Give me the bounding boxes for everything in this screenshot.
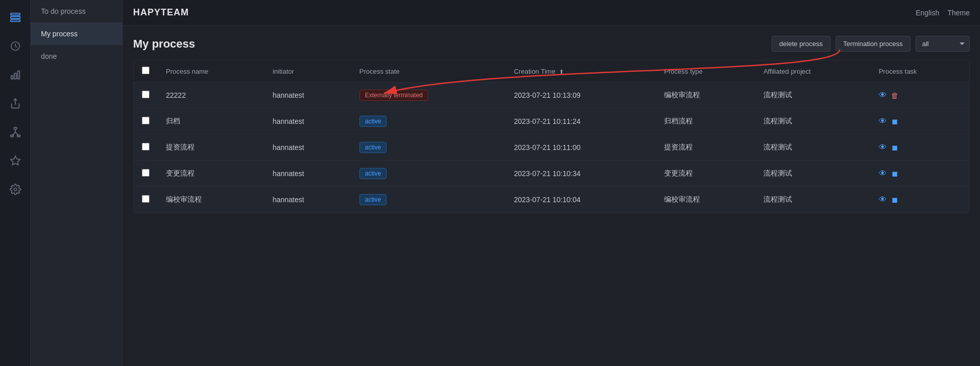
row-3-actions: 👁⏹	[870, 161, 969, 187]
row-1-view-icon[interactable]: 👁	[879, 117, 887, 126]
termination-process-button[interactable]: Termination process	[836, 36, 910, 52]
row-0-checkbox[interactable]	[142, 91, 150, 98]
table-row: 22222hannatestExternally terminated2023-…	[134, 82, 969, 109]
row-4-initiator: hannatest	[264, 187, 351, 213]
row-4-affiliated-project: 流程测试	[755, 187, 870, 213]
row-2-initiator: hannatest	[264, 135, 351, 161]
clock-icon[interactable]	[6, 37, 25, 55]
row-0-state-badge: Externally terminated	[359, 90, 429, 101]
row-4-view-icon[interactable]: 👁	[879, 195, 887, 204]
col-creation-time[interactable]: Creation Time ⬆	[506, 60, 656, 82]
table-row: 提资流程hannatestactive2023-07-21 10:11:00提资…	[134, 135, 969, 161]
row-3-state: active	[351, 161, 506, 187]
svg-rect-5	[14, 73, 16, 79]
layers-icon[interactable]	[6, 8, 25, 27]
row-2-checkbox[interactable]	[142, 143, 150, 150]
svg-rect-0	[10, 13, 19, 15]
row-3-process-type: 变更流程	[656, 161, 755, 187]
sort-icon: ⬆	[559, 69, 564, 75]
svg-rect-2	[10, 20, 19, 22]
row-4-state: active	[351, 187, 506, 213]
col-process-state: Process state	[351, 60, 506, 82]
row-3-stop-icon[interactable]: ⏹	[891, 169, 899, 178]
svg-rect-1	[10, 16, 19, 18]
row-0-process-type: 编校审流程	[656, 82, 755, 109]
header-actions: delete process Termination process all a…	[772, 36, 970, 52]
table-header-row: Process name initiator Process state Cre…	[134, 60, 969, 82]
col-initiator: initiator	[264, 60, 351, 82]
nav-done[interactable]: done	[31, 45, 122, 68]
row-0-process-name: 22222	[158, 82, 264, 109]
annotation-container: Process name initiator Process state Cre…	[133, 60, 970, 213]
select-all-header	[134, 60, 158, 82]
row-3-affiliated-project: 流程测试	[755, 161, 870, 187]
row-4-checkbox[interactable]	[142, 195, 150, 203]
settings-icon[interactable]	[6, 180, 25, 199]
row-3-creation-time: 2023-07-21 10:10:34	[506, 161, 656, 187]
table-row: 归档hannatestactive2023-07-21 10:11:24归档流程…	[134, 109, 969, 135]
row-0-initiator: hannatest	[264, 82, 351, 109]
row-1-checkbox-cell	[134, 109, 158, 135]
svg-rect-6	[17, 71, 19, 79]
main-content: HAPYTEAM English Theme My process delete…	[123, 0, 980, 366]
col-process-type: Process type	[656, 60, 755, 82]
row-0-checkbox-cell	[134, 82, 158, 109]
row-3-view-icon[interactable]: 👁	[879, 169, 887, 178]
icon-sidebar	[0, 0, 31, 366]
delete-process-button[interactable]: delete process	[772, 36, 830, 52]
col-process-task: Process task	[870, 60, 969, 82]
network-icon[interactable]	[6, 123, 25, 141]
chart-icon[interactable]	[6, 66, 25, 84]
star-icon[interactable]	[6, 152, 25, 170]
share-icon[interactable]	[6, 94, 25, 113]
row-0-delete-icon[interactable]: 🗑	[891, 91, 899, 100]
content-area: My process delete process Termination pr…	[123, 26, 980, 366]
row-1-process-type: 归档流程	[656, 109, 755, 135]
row-4-actions: 👁⏹	[870, 187, 969, 213]
topbar: HAPYTEAM English Theme	[123, 0, 980, 26]
nav-todo-process[interactable]: To do process	[31, 0, 122, 23]
table: Process name initiator Process state Cre…	[134, 60, 969, 213]
row-2-creation-time: 2023-07-21 10:11:00	[506, 135, 656, 161]
page-title: My process	[133, 37, 195, 51]
row-1-state-badge: active	[359, 116, 387, 127]
row-4-state-badge: active	[359, 194, 387, 205]
row-1-creation-time: 2023-07-21 10:11:24	[506, 109, 656, 135]
row-0-affiliated-project: 流程测试	[755, 82, 870, 109]
row-3-checkbox[interactable]	[142, 169, 150, 177]
row-1-checkbox[interactable]	[142, 117, 150, 124]
nav-my-process[interactable]: My process	[31, 23, 122, 45]
row-1-stop-icon[interactable]: ⏹	[891, 117, 899, 126]
table-row: 变更流程hannatestactive2023-07-21 10:10:34变更…	[134, 161, 969, 187]
nav-panel: To do process My process done	[31, 0, 123, 366]
row-1-affiliated-project: 流程测试	[755, 109, 870, 135]
row-1-process-name: 归档	[158, 109, 264, 135]
select-all-checkbox[interactable]	[142, 67, 150, 74]
table-body: 22222hannatestExternally terminated2023-…	[134, 82, 969, 213]
row-2-view-icon[interactable]: 👁	[879, 143, 887, 152]
process-table: Process name initiator Process state Cre…	[133, 60, 970, 213]
row-3-state-badge: active	[359, 168, 387, 179]
row-4-stop-icon[interactable]: ⏹	[891, 196, 899, 204]
svg-rect-8	[14, 127, 17, 130]
topbar-right: English Theme	[916, 9, 970, 17]
theme-selector[interactable]: Theme	[947, 9, 970, 17]
app-logo: HAPYTEAM	[133, 7, 189, 18]
row-3-initiator: hannatest	[264, 161, 351, 187]
row-1-initiator: hannatest	[264, 109, 351, 135]
row-2-process-name: 提资流程	[158, 135, 264, 161]
row-2-affiliated-project: 流程测试	[755, 135, 870, 161]
svg-point-15	[14, 188, 17, 191]
row-2-stop-icon[interactable]: ⏹	[891, 143, 899, 152]
row-0-actions: 👁🗑	[870, 82, 969, 109]
row-2-checkbox-cell	[134, 135, 158, 161]
row-2-state-badge: active	[359, 142, 387, 153]
row-3-process-name: 变更流程	[158, 161, 264, 187]
row-1-actions: 👁⏹	[870, 109, 969, 135]
row-0-view-icon[interactable]: 👁	[879, 91, 887, 100]
row-2-state: active	[351, 135, 506, 161]
table-row: 编校审流程hannatestactive2023-07-21 10:10:04编…	[134, 187, 969, 213]
filter-select[interactable]: all active terminated	[915, 36, 970, 52]
language-selector[interactable]: English	[916, 9, 940, 17]
col-process-name: Process name	[158, 60, 264, 82]
